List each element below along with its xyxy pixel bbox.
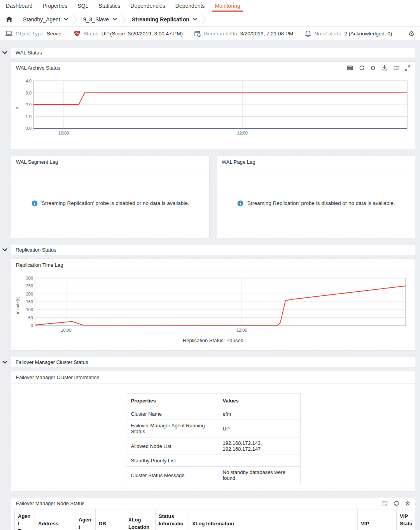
breadcrumb-agent-label: Standby_Agent (23, 16, 60, 23)
settings-gear-icon[interactable]: ⚙ (408, 30, 415, 37)
collapse-chevron-icon[interactable] (2, 360, 7, 364)
section-title-failover: Failover Manager Cluster Status (11, 357, 415, 367)
dashboard-content: WAL Status WAL Archive Status ⚙ # 10:001… (0, 41, 420, 530)
gear-icon[interactable]: ⚙ (405, 500, 410, 506)
heartbeat-icon (74, 31, 80, 37)
tab-monitoring[interactable]: Monitoring (212, 0, 243, 12)
chevron-down-icon[interactable] (113, 18, 117, 21)
chevron-down-icon[interactable] (193, 18, 197, 21)
home-icon[interactable] (6, 16, 12, 22)
alerts-value: 2 (Acknowledged: 0) (344, 31, 392, 37)
alerts-label: No of alerts (314, 31, 341, 37)
section-title-wal: WAL Status (11, 47, 415, 58)
probe-disabled-message: 'Streaming Replication' probe is disable… (41, 200, 189, 206)
tab-properties[interactable]: Properties (40, 0, 70, 12)
y-axis-label: minute(s) (15, 296, 20, 314)
svg-text:3.0: 3.0 (26, 91, 32, 95)
alerts-group: No of alerts 2 (Acknowledged: 0) (305, 30, 392, 37)
svg-text:1.0: 1.0 (26, 114, 32, 119)
svg-text:300: 300 (26, 276, 33, 280)
section-title-replication: Replication Status (11, 245, 415, 255)
top-tab-bar: Dashboard Properties SQL Statistics Depe… (0, 0, 420, 12)
object-type-value: Server (47, 31, 62, 37)
tab-dependents[interactable]: Dependents (173, 0, 208, 12)
cluster-info-table: Properties Values Cluster Name efm Failo… (126, 393, 301, 484)
col-values: Values (218, 394, 300, 408)
collapse-chevron-icon[interactable] (2, 248, 7, 252)
table-row: Failover Manager Agent Running Status UP (126, 420, 300, 437)
panel-toolbar: ⚙ (347, 65, 410, 71)
tab-statistics[interactable]: Statistics (96, 0, 123, 12)
panel-title-wal-segment: WAL Segment Lag (16, 159, 58, 165)
expand-icon[interactable] (405, 65, 410, 71)
section-wal-status: WAL Status (2, 47, 415, 58)
col-properties: Properties (126, 394, 218, 408)
status-label: Status (84, 31, 98, 37)
table-header-row: Properties Values (126, 394, 300, 408)
table-row: Cluster Status Message No standby databa… (126, 467, 300, 484)
panel-title-node-status: Failover Manager Node Status (16, 500, 84, 506)
breadcrumb-arrow-icon (201, 14, 206, 25)
svg-text:4.0: 4.0 (26, 79, 32, 83)
object-type-label: Object Type (16, 31, 44, 37)
collapse-chevron-icon[interactable] (2, 51, 7, 54)
gear-icon[interactable]: ⚙ (371, 65, 376, 71)
replication-status-caption: Replication Status: Paused (11, 338, 415, 350)
tab-sql[interactable]: SQL (75, 0, 91, 12)
breadcrumb-item-server[interactable]: 9_3_Slave (77, 16, 118, 23)
wal-archive-status-panel: WAL Archive Status ⚙ # 10:0012:000.01.02… (11, 61, 415, 149)
status-group: Status UP (Since: 3/20/2019, 3:00:47 PM) (74, 31, 183, 37)
svg-text:200: 200 (26, 292, 33, 296)
refresh-icon[interactable] (394, 500, 399, 506)
table-row: Standby Priority List (126, 455, 300, 467)
panel-title-cluster-info: Failover Manager Cluster Information (16, 374, 100, 380)
svg-text:12:00: 12:00 (236, 328, 247, 332)
cluster-information-panel: Failover Manager Cluster Information Pro… (11, 371, 415, 492)
refresh-icon[interactable] (359, 65, 365, 71)
datatable-icon[interactable] (382, 501, 388, 506)
breadcrumb-dashboard-label: Streaming Replication (132, 16, 189, 23)
wal-page-lag-panel: WAL Page Lag 'Streaming Replication' pro… (217, 156, 415, 238)
svg-text:12:00: 12:00 (237, 131, 248, 135)
tab-dependencies[interactable]: Dependencies (128, 0, 168, 12)
section-replication-status: Replication Status (2, 245, 415, 255)
svg-text:10:00: 10:00 (58, 131, 69, 135)
breadcrumb-item-agent[interactable]: Standby_Agent (17, 16, 70, 23)
legend-list-icon[interactable] (393, 65, 399, 71)
svg-text:250: 250 (26, 283, 33, 288)
chevron-down-icon[interactable] (64, 18, 68, 21)
download-icon[interactable] (382, 65, 387, 71)
panel-title-replication-lag: Replication Time Lag (16, 262, 63, 268)
status-value: UP (Since: 3/20/2019, 3:00:47 PM) (102, 31, 183, 37)
svg-text:50: 50 (28, 315, 33, 320)
node-status-table: Agent Type Address Agent DB XLog Locatio… (14, 509, 418, 530)
svg-text:10:00: 10:00 (61, 328, 72, 332)
datatable-icon[interactable] (347, 65, 353, 70)
svg-text:0.0: 0.0 (26, 126, 32, 131)
replication-time-lag-panel: Replication Time Lag minute(s) 10:0012:0… (11, 259, 415, 351)
section-failover-manager: Failover Manager Cluster Status (2, 357, 415, 367)
panel-title-wal-page: WAL Page Lag (222, 159, 255, 165)
node-status-panel: Failover Manager Node Status ⚙ Agent Typ… (11, 498, 415, 530)
breadcrumb-item-dashboard[interactable]: Streaming Replication (126, 16, 199, 23)
tab-dashboard[interactable]: Dashboard (3, 0, 35, 12)
wal-archive-chart: 10:0012:000.01.02.03.04.0 (20, 79, 408, 137)
svg-text:2.0: 2.0 (26, 102, 32, 107)
panel-title-wal-archive: WAL Archive Status (16, 65, 60, 71)
generated-group: Generated On 3/20/2019, 7:21:08 PM (194, 30, 293, 37)
laptop-icon (5, 31, 12, 37)
replication-time-lag-chart: 10:0012:00050100150200250300 (20, 276, 407, 334)
info-icon (32, 200, 38, 206)
breadcrumb-arrow-icon (121, 14, 126, 25)
generated-on-value: 3/20/2019, 7:21:08 PM (240, 31, 294, 37)
object-type-group: Object Type Server (5, 31, 62, 37)
y-axis-label: # (15, 107, 20, 109)
calendar-clock-icon (194, 30, 201, 37)
info-icon (237, 200, 243, 206)
table-header-row: Agent Type Address Agent DB XLog Locatio… (15, 509, 418, 530)
table-row: Allowed Node List 192.168.172.143, 192.1… (126, 437, 300, 455)
server-info-bar: Object Type Server Status UP (Since: 3/2… (0, 27, 420, 41)
generated-on-label: Generated On (204, 31, 237, 37)
table-row: Cluster Name efm (126, 408, 300, 420)
svg-text:0: 0 (31, 323, 33, 328)
